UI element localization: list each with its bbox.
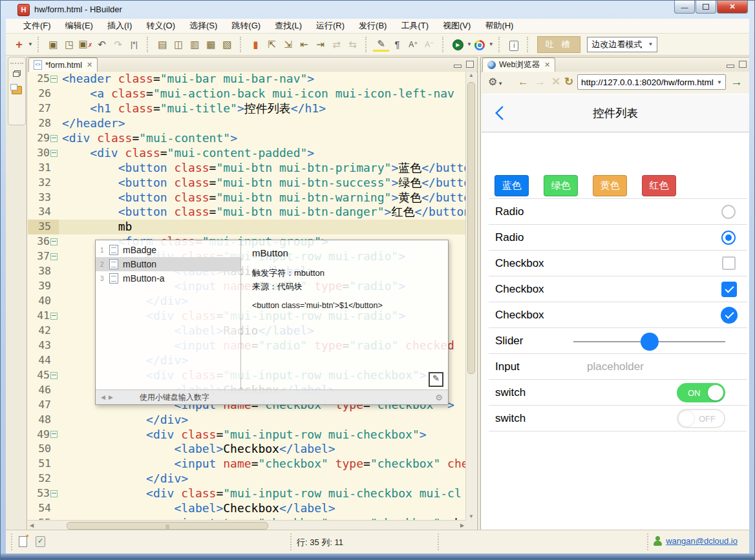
jump-next-icon[interactable]: ⇥: [312, 37, 328, 52]
fold-marker-icon[interactable]: [50, 372, 58, 379]
address-bar[interactable]: http://127.0.0.1:8020/hw/form.html ▼: [577, 74, 726, 90]
menu-item[interactable]: 帮助(H): [478, 19, 520, 33]
bookmark-icon[interactable]: ▮: [248, 37, 264, 52]
close-browser-tab-icon[interactable]: ✕: [544, 61, 550, 69]
code-line[interactable]: 51 <input name="checkbox" type="checkbox…: [28, 457, 466, 472]
run-dropdown-icon[interactable]: ▼: [467, 41, 472, 47]
task-check-icon[interactable]: [36, 536, 45, 547]
feedback-button[interactable]: 吐 槽: [537, 36, 581, 53]
block-indent-icon[interactable]: ▤: [154, 37, 171, 52]
move-down-icon[interactable]: ▧: [219, 37, 235, 52]
strip-drag-handle[interactable]: [10, 59, 23, 64]
text-input[interactable]: placeholder: [587, 360, 644, 373]
vertical-scroll-thumb[interactable]: [467, 82, 475, 374]
compare-right-icon[interactable]: ⇆: [345, 37, 361, 52]
autocomplete-settings-icon[interactable]: ⚙: [435, 393, 443, 402]
url-text[interactable]: http://127.0.0.1:8020/hw/form.html: [581, 78, 715, 87]
go-icon[interactable]: →: [730, 75, 743, 89]
fold-marker-icon[interactable]: [50, 313, 58, 320]
autocomplete-item[interactable]: 2mButton: [96, 257, 240, 271]
edit-snippet-icon[interactable]: ✎: [429, 372, 443, 387]
slider-track[interactable]: [573, 341, 725, 342]
code-line[interactable]: 31 <button class="mui-btn mui-btn-primar…: [28, 161, 466, 176]
code-line[interactable]: 48 </div>: [28, 413, 466, 428]
code-line[interactable]: 29<div class="mui-content">: [28, 131, 466, 146]
round-checkbox-control[interactable]: [721, 307, 738, 324]
code-line[interactable]: 33 <button class="mui-btn mui-btn-warnin…: [28, 191, 466, 205]
code-line[interactable]: 53 <div class="mui-input-row mui-checkbo…: [28, 486, 466, 501]
compare-left-icon[interactable]: ⇄: [328, 37, 345, 52]
menu-item[interactable]: 选择(S): [182, 19, 224, 33]
format-code-icon[interactable]: |*|: [126, 37, 142, 52]
account-link[interactable]: wangan@dcloud.io: [666, 536, 738, 546]
editor-vertical-scrollbar[interactable]: ▲ ▼: [465, 72, 476, 521]
checkbox-control[interactable]: [721, 282, 737, 297]
refresh-icon[interactable]: ↻: [564, 75, 573, 89]
menu-item[interactable]: 视图(V): [436, 19, 478, 33]
fold-marker-icon[interactable]: [50, 76, 58, 83]
move-up-icon[interactable]: ▦: [203, 37, 219, 52]
menu-item[interactable]: 插入(I): [100, 19, 139, 33]
minimize-panel-icon[interactable]: [454, 65, 462, 68]
menu-item[interactable]: 工具(T): [394, 19, 436, 33]
help-doc-icon[interactable]: i: [506, 37, 522, 52]
color-button[interactable]: 绿色: [544, 175, 578, 196]
code-line[interactable]: 49 <div class="mui-input-row mui-checkbo…: [28, 428, 466, 442]
browser-dropdown-icon[interactable]: ▼: [489, 41, 494, 47]
maximize-panel-icon[interactable]: [466, 61, 474, 68]
scroll-down-icon[interactable]: ▼: [466, 513, 476, 521]
export-file-icon[interactable]: ⇲: [280, 37, 296, 52]
switch-control[interactable]: OFF: [677, 409, 725, 428]
font-increase-icon[interactable]: A⁺: [405, 37, 421, 52]
fold-marker-icon[interactable]: [50, 238, 58, 245]
edit-view-mode-select[interactable]: 边改边看模式 ▼: [587, 37, 657, 52]
checkbox-control[interactable]: [722, 256, 736, 270]
revert-save-icon[interactable]: ▣✗: [78, 36, 94, 53]
redo-icon[interactable]: ↷: [110, 37, 126, 52]
code-line[interactable]: 50 <label>Checkbox</label>: [28, 442, 466, 457]
fold-marker-icon[interactable]: [50, 253, 58, 260]
import-file-icon[interactable]: ⇱: [264, 37, 280, 52]
wrap-line-icon[interactable]: ▥: [187, 37, 203, 52]
menu-item[interactable]: 运行(R): [309, 19, 352, 33]
scroll-up-icon[interactable]: ▲: [466, 72, 476, 79]
code-line[interactable]: 27 <h1 class="mui-title">控件列表</h1>: [28, 101, 466, 116]
maximize-browser-panel-icon[interactable]: [739, 61, 747, 68]
menu-item[interactable]: 文件(F): [16, 19, 58, 33]
run-button[interactable]: ▶: [450, 37, 466, 52]
block-outdent-icon[interactable]: ◫: [171, 37, 187, 52]
menu-item[interactable]: 编辑(E): [58, 19, 100, 33]
save-all-icon[interactable]: ◳: [61, 37, 78, 52]
back-icon[interactable]: ←: [518, 75, 529, 89]
project-explorer-icon[interactable]: [12, 86, 22, 94]
font-decrease-icon[interactable]: A⁻: [421, 37, 438, 52]
close-tab-icon[interactable]: ✕: [87, 61, 92, 69]
forward-icon[interactable]: →: [535, 75, 546, 89]
color-button[interactable]: 蓝色: [494, 175, 529, 196]
editor-tab-form-html[interactable]: <> *form.html ✕: [28, 57, 98, 72]
radio-control[interactable]: [721, 231, 736, 245]
color-button[interactable]: 黄色: [593, 175, 627, 196]
code-line[interactable]: 52 </div>: [28, 472, 466, 486]
code-line[interactable]: 28</header>: [28, 116, 466, 131]
new-file-dropdown-icon[interactable]: ▼: [28, 41, 33, 47]
autocomplete-item[interactable]: 3mButton-a: [96, 271, 240, 285]
radio-control[interactable]: [721, 205, 736, 219]
slider-thumb[interactable]: [641, 333, 659, 351]
code-line[interactable]: 34 <button class="mui-btn mui-btn-danger…: [28, 205, 466, 220]
browser-settings-icon[interactable]: ⚙▼: [488, 75, 503, 91]
minimize-window-button[interactable]: —: [674, 1, 695, 14]
code-line[interactable]: 30 <div class="mui-content-padded">: [28, 146, 466, 161]
maximize-window-button[interactable]: [696, 1, 716, 14]
fold-marker-icon[interactable]: [50, 150, 58, 157]
color-button[interactable]: 红色: [642, 175, 676, 196]
switch-control[interactable]: ON: [677, 383, 725, 402]
prev-page-icon[interactable]: ◀: [101, 394, 105, 400]
fold-marker-icon[interactable]: [50, 431, 58, 438]
new-file-button[interactable]: +: [11, 37, 27, 52]
fold-marker-icon[interactable]: [50, 135, 58, 142]
horizontal-scroll-thumb[interactable]: [67, 522, 268, 530]
stop-icon[interactable]: ✕: [551, 75, 560, 89]
close-window-button[interactable]: ✕: [717, 1, 748, 14]
menu-item[interactable]: 查找(L): [268, 19, 309, 33]
